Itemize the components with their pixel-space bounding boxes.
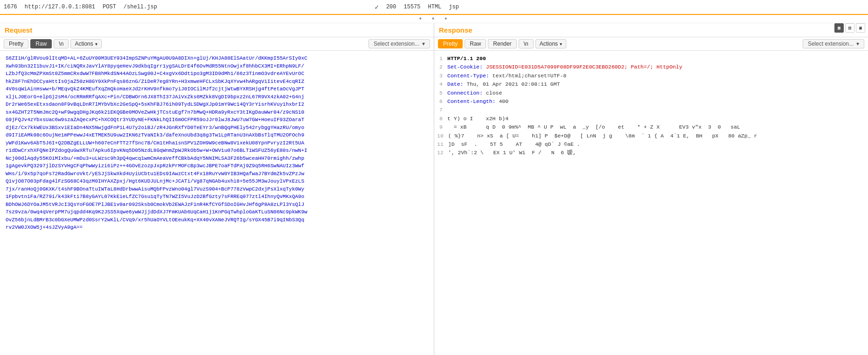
response-raw-btn[interactable]: Raw (465, 39, 486, 48)
response-line: 12', 2Vh`:2 \ EX 1 U' Wi F / N 6 嗳, (437, 149, 865, 157)
line-number: 9 (437, 123, 447, 131)
line-number: 1 (437, 55, 447, 63)
response-toolbar: Pretty Raw Render \n Actions ▾ Select ex… (434, 37, 868, 51)
response-line: 10( %}7 n> xS a [ U= h1] P $e+D@ [ LnN j… (437, 132, 865, 140)
response-actions-label: Actions (540, 41, 558, 47)
response-line: 9 = xB q D 0 9m%^ MB ^ U P wL a _y [/o e… (437, 123, 865, 131)
response-panel-title: Response (439, 26, 472, 34)
request-url: http://127.0.0.1:8081 (25, 4, 95, 10)
top-request-row: 1676 http://127.0.0.1:8081 POST /shell.j… (0, 0, 868, 15)
response-panel: Response Pretty Raw Render \n Actions ▾ … (434, 23, 868, 355)
request-raw-body: S6ZI1H/glRVou9lItqMD+AL+6ZuUY00M3UEY934I… (0, 53, 434, 233)
panels-container: Request Pretty Raw \n Actions ▾ Select e… (0, 23, 868, 355)
line-content: t Y) o I x2H b)4 (447, 115, 508, 123)
response-line: 1HTTP/1.1 200 (437, 55, 865, 63)
response-line: 3Content-Type: text/html;charset=UTF-8 (437, 72, 865, 80)
hsplit-view-icon[interactable]: ▤ (845, 23, 854, 33)
response-select-ext-btn[interactable]: Select extension... ▾ (803, 39, 864, 48)
view-toggle-group: ▦ ▤ ▣ (834, 23, 865, 33)
extension: jsp (449, 4, 459, 10)
response-length: 15575 (403, 4, 420, 10)
response-select-ext-arrow: ▾ (856, 41, 859, 47)
line-content: ', 2Vh`:2 \ EX 1 U' Wi F / N 6 嗳, (448, 149, 576, 157)
line-content: Content-Type: text/html;charset=UTF-8 (447, 72, 566, 80)
response-actions-btn[interactable]: Actions ▾ (535, 39, 566, 48)
line-number: 2 (437, 63, 447, 71)
mime-type: HTML (428, 4, 442, 10)
resize-divider: • • • (0, 15, 868, 23)
line-content: = xB q D 0 9m%^ MB ^ U P wL a _y [/o et … (447, 123, 740, 131)
split-view-icon[interactable]: ▦ (834, 23, 844, 33)
request-panel-header: Request (0, 23, 434, 37)
request-path: /shell.jsp (124, 4, 157, 10)
response-n-btn[interactable]: \n (519, 39, 534, 48)
request-actions-label: Actions (75, 41, 93, 47)
request-id: 1676 (4, 4, 17, 10)
line-number: 4 (437, 80, 447, 89)
status-badge: 200 (386, 4, 396, 10)
request-raw-btn[interactable]: Raw (30, 39, 52, 48)
divider-dots: • • • (418, 15, 450, 23)
response-select-ext-label: Select extension... (808, 41, 854, 47)
line-number: 3 (437, 72, 447, 80)
response-render-btn[interactable]: Render (488, 39, 516, 48)
request-panel: Request Pretty Raw \n Actions ▾ Select e… (0, 23, 434, 355)
request-select-ext-label: Select extension... (374, 41, 419, 47)
response-lines-container: 1HTTP/1.1 2002Set-Cookie: JSESSIONID=E03… (434, 53, 868, 159)
line-number: 6 (437, 97, 447, 106)
request-actions-btn[interactable]: Actions ▾ (70, 39, 101, 48)
line-content: ( %}7 n> xS a [ U= h1] P $e+D@ [ LnN j g… (448, 132, 757, 140)
request-panel-title: Request (5, 26, 32, 34)
request-method: POST (103, 4, 116, 10)
line-content: HTTP/1.1 200 (447, 55, 486, 63)
request-pretty-btn[interactable]: Pretty (4, 39, 28, 48)
response-line: 8t Y) o I x2H b)4 (437, 115, 865, 123)
response-line: 4Date: Thu, 01 Apr 2021 02:08:11 GMT (437, 80, 865, 89)
single-view-icon[interactable]: ▣ (856, 23, 865, 33)
request-toolbar: Pretty Raw \n Actions ▾ Select extension… (0, 37, 434, 51)
line-number: 10 (437, 132, 448, 140)
response-line: 6Content-Length: 400 (437, 97, 865, 106)
line-number: 5 (437, 89, 447, 97)
response-content: 1HTTP/1.1 2002Set-Cookie: JSESSIONID=E03… (434, 51, 868, 355)
request-n-btn[interactable]: \n (54, 39, 69, 48)
line-number: 7 (437, 106, 447, 114)
response-actions-arrow: ▾ (560, 41, 562, 47)
request-select-ext-btn[interactable]: Select extension... ▾ (368, 39, 430, 48)
response-pretty-btn[interactable]: Pretty (438, 39, 463, 48)
response-panel-header: Response (434, 23, 868, 37)
line-content: Date: Thu, 01 Apr 2021 02:08:11 GMT (447, 80, 560, 89)
response-line: 2Set-Cookie: JSESSIONID=E031D5A7099F08DF… (437, 63, 865, 71)
edited-check: ✓ (375, 3, 378, 11)
response-line: 5Connection: close (437, 89, 865, 97)
response-line: 11]D sF . 5T 5 AT 4@ qD` J ©aE . (437, 140, 865, 149)
line-number: 11 (437, 140, 448, 149)
line-number: 12 (437, 149, 448, 157)
line-number: 8 (437, 115, 447, 123)
line-content: ]D sF . 5T 5 AT 4@ qD` J ©aE . (448, 140, 580, 149)
request-select-ext-arrow: ▾ (422, 41, 425, 47)
line-content: Connection: close (447, 89, 502, 97)
line-content: Set-Cookie: JSESSIONID=E031D5A7099F08DF9… (447, 63, 682, 71)
line-content: Content-Length: 400 (447, 97, 508, 106)
request-actions-arrow: ▾ (95, 41, 97, 47)
response-line: 7 (437, 106, 865, 114)
request-content: S6ZI1H/glRVou9lItqMD+AL+6ZuUY00M3UEY934I… (0, 51, 434, 355)
